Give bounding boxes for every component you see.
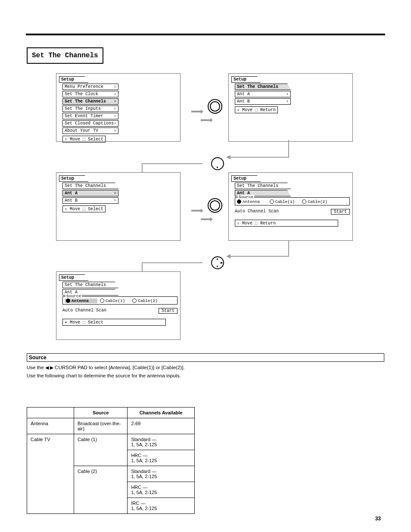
source-radio-group: Source Antenna Cable(1) Cable(2) — [62, 296, 177, 305]
legend-label: Source — [238, 195, 254, 199]
cursor-pad-icon: ▼ — [211, 157, 224, 170]
subtab-highlighted: Set The Channels — [235, 84, 291, 90]
enter-button-arrow — [185, 99, 228, 116]
hint-bar: ⇳ Move ⬚ Return — [235, 220, 338, 227]
left-right-arrows-icon: ◀ ▶ — [45, 365, 53, 370]
screen-setup-main: Setup Menu Preference Set The Clock Set … — [56, 73, 181, 142]
menu-item-highlighted: Set The Channels — [62, 98, 118, 105]
flow-diagram: Setup Menu Preference Set The Clock Set … — [26, 73, 385, 358]
menu-item: Set Closed Captions — [62, 120, 118, 127]
hint-bar: ⇳ Move ⬚ Select — [62, 136, 106, 143]
svg-marker-6 — [226, 254, 230, 258]
section-title-box: Set The Channels — [27, 47, 103, 64]
table-row: Antenna Broadcast (over-the-air) 2-69 — [27, 418, 195, 434]
tab-setup: Setup — [59, 175, 88, 182]
menu-item: About Your TV — [62, 128, 118, 134]
screen-anta-source: Setup Set The Channels Ant A Source Ante… — [228, 172, 353, 241]
svg-marker-1 — [201, 109, 203, 114]
enter-button-icon — [208, 99, 222, 114]
subtab: Set The Channels — [62, 282, 118, 288]
table-row: Cable TV Cable (1) Standard — 1, 5A, 2-1… — [27, 434, 195, 450]
auto-channel-scan-row: Auto Channel Scan Start — [235, 209, 350, 215]
paragraph: Use the following chart to determine the… — [27, 373, 384, 379]
screen-anta-select: Setup Set The Channels Ant A Ant B ⇳ Mov… — [56, 172, 181, 241]
menu-item: Ant B — [235, 98, 291, 105]
tab-setup: Setup — [59, 274, 88, 281]
enter-button-arrow — [185, 198, 228, 215]
cursor-pad-icon: ▲ ▶ ▼ — [211, 256, 224, 269]
source-caption: Source Use the ◀ ▶ CURSOR PAD to select … — [27, 353, 384, 381]
tab-setup: Setup — [59, 76, 88, 83]
subtab: Set The Channels — [235, 183, 291, 189]
col-head: Source — [74, 408, 127, 418]
tab-setup: Setup — [231, 175, 261, 182]
menu-item: Set Event Timer — [62, 113, 118, 119]
menu-item-highlighted: Ant A — [62, 190, 118, 196]
menu-item: Menu Preference — [62, 84, 118, 90]
subtab: Set The Channels — [62, 183, 118, 189]
paragraph: Use the ◀ ▶ CURSOR PAD to select [Antenn… — [27, 364, 384, 371]
svg-marker-9 — [201, 208, 203, 213]
source-radio-group: Source Antenna Cable(1) Cable(2) — [235, 197, 350, 205]
source-heading-bar: Source — [27, 353, 384, 362]
start-button: Start — [331, 209, 350, 215]
signal-table: Source Channels Available Antenna Broadc… — [27, 407, 195, 514]
svg-marker-3 — [210, 118, 213, 122]
menu-item: Ant A — [235, 91, 291, 97]
svg-marker-5 — [226, 155, 230, 159]
menu-item: Set The Inputs — [62, 106, 118, 112]
enter-button-icon — [208, 198, 222, 213]
page-number: 33 — [375, 516, 381, 522]
col-head: Channels Available — [128, 408, 195, 418]
hint-bar: ⇳ Move ⬚ Return — [235, 106, 278, 113]
menu-item: Ant B — [62, 197, 118, 204]
svg-marker-11 — [210, 217, 213, 221]
hint-bar: ✦ Move ⬚ Select — [62, 319, 166, 326]
horizontal-rule — [26, 34, 385, 35]
hint-bar: ⇳ Move ⬚ Select — [62, 205, 106, 212]
tab-setup: Setup — [231, 76, 261, 83]
menu-item: Set The Clock — [62, 91, 118, 97]
legend-label: Source — [65, 294, 82, 299]
screen-set-channels: Setup Set The Channels Ant A Ant B ⇳ Mov… — [228, 73, 353, 142]
col-head — [27, 408, 74, 418]
start-button: Start — [159, 308, 177, 314]
auto-channel-scan-row: Auto Channel Scan Start — [62, 308, 177, 314]
screen-anta-source-hl: Setup Set The Channels Ant A Source Ante… — [56, 271, 181, 340]
